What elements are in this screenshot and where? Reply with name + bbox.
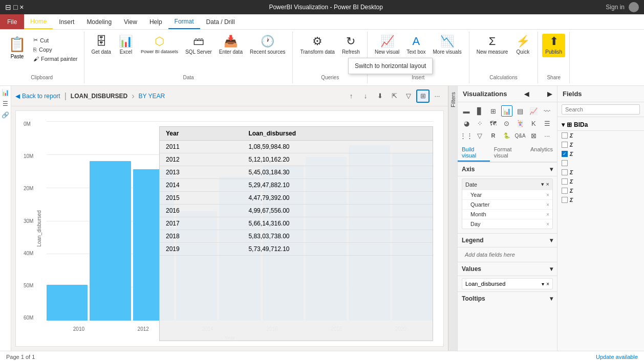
bar-2011[interactable] [47, 285, 88, 321]
legend-section-header[interactable]: Legend ▾ [458, 233, 557, 247]
text-box-button[interactable]: A Text box [403, 34, 428, 57]
values-expand-icon[interactable]: ▾ [542, 281, 544, 287]
back-to-report-button[interactable]: ◀ Back to report [15, 93, 60, 100]
drill-down-button[interactable]: ⬇ [373, 89, 387, 103]
viz-icon-more[interactable]: ··· [542, 130, 553, 141]
field-checkbox-7[interactable] [562, 188, 568, 194]
window-controls[interactable]: ⊟ □ × [5, 3, 24, 11]
field-checkbox-2[interactable] [562, 142, 568, 148]
axis-expand-icon[interactable]: ▾ [541, 181, 544, 188]
field-checkbox-6[interactable] [562, 178, 568, 185]
viz-icon-table[interactable]: ⊞ [488, 105, 499, 117]
field-item-4[interactable] [557, 159, 644, 168]
field-checkbox-3[interactable]: ✓ [562, 151, 568, 157]
field-item-3[interactable]: ✓ Σ [557, 149, 644, 159]
field-checkbox-1[interactable] [562, 132, 568, 139]
viz-icon-python[interactable]: 🐍 [501, 130, 512, 141]
cut-button[interactable]: ✂ Cut [31, 36, 80, 44]
viz-icon-area[interactable]: 〰 [542, 105, 553, 117]
menu-view[interactable]: View [118, 14, 143, 29]
viz-icon-r[interactable]: R [488, 130, 499, 141]
field-item-7[interactable]: Σ [557, 186, 644, 195]
enter-data-button[interactable]: 📥 Enter data [216, 34, 246, 57]
remove-year-button[interactable]: × [546, 192, 549, 198]
field-item-2[interactable]: Σ [557, 140, 644, 149]
more-options-button[interactable]: ··· [431, 89, 444, 103]
new-measure-button[interactable]: Σ New measure [474, 34, 511, 57]
get-data-button[interactable]: 🗄 Get data [89, 34, 114, 57]
transform-data-button[interactable]: ⚙ Transform data [297, 34, 337, 57]
bar-2012[interactable] [90, 161, 131, 321]
values-close-icon[interactable]: × [546, 281, 549, 287]
field-item-6[interactable]: Σ [557, 177, 644, 186]
viz-icon-funnel[interactable]: ▽ [474, 130, 485, 141]
viz-icon-matrix[interactable]: ⋮⋮ [461, 130, 472, 141]
recent-sources-button[interactable]: 🕐 Recent sources [247, 34, 288, 57]
publish-button[interactable]: ⬆ Publish [542, 34, 565, 57]
viz-icon-stacked[interactable]: ▤ [514, 105, 526, 117]
field-checkbox-4[interactable] [562, 160, 568, 166]
fields-table-group[interactable]: ▾ ⊞ BIDa [557, 119, 644, 131]
user-avatar[interactable] [629, 2, 639, 12]
table-view-button[interactable]: ⊞ [416, 89, 430, 103]
viz-icon-clustered[interactable]: 📊 [501, 105, 512, 117]
values-section-header[interactable]: Values ▾ [458, 262, 557, 276]
viz-icon-card[interactable]: 🃏 [514, 118, 526, 129]
sidebar-model-icon[interactable]: 🔗 [1, 110, 10, 120]
sidebar-data-icon[interactable]: ☰ [1, 99, 10, 108]
tab-format[interactable]: Format visual [490, 144, 526, 162]
tooltips-section-header[interactable]: Tooltips ▾ [458, 291, 557, 305]
tab-build[interactable]: Build visual [458, 144, 490, 162]
viz-nav-left[interactable]: ◀ [524, 90, 529, 98]
sql-server-button[interactable]: 🗃 SQL Server [182, 34, 215, 57]
excel-button[interactable]: 📊 Excel [115, 34, 137, 57]
filter-button[interactable]: ▽ [402, 89, 415, 103]
field-checkbox-5[interactable] [562, 169, 568, 175]
menu-format[interactable]: Format [168, 14, 200, 29]
paste-button[interactable]: 📋 Paste [4, 34, 30, 61]
fields-search-input[interactable] [562, 104, 640, 115]
chart-container[interactable]: 60M 50M 40M 30M 20M 10M 0M [15, 110, 444, 347]
axis-close-icon[interactable]: × [546, 181, 549, 188]
field-item-5[interactable]: Σ [557, 168, 644, 177]
viz-icon-slicer[interactable]: ☰ [542, 118, 553, 129]
refresh-button[interactable]: ↻ Refresh [339, 34, 363, 57]
viz-nav-right[interactable]: ▶ [547, 90, 552, 98]
power-bi-datasets-button[interactable]: ⬡ Power BI datasets [138, 34, 181, 57]
menu-file[interactable]: File [0, 14, 24, 29]
quick-button[interactable]: ⚡ Quick [512, 34, 533, 57]
menu-modeling[interactable]: Modeling [80, 14, 118, 29]
field-checkbox-8[interactable] [562, 197, 568, 203]
viz-icon-gauge[interactable]: ⊙ [501, 118, 512, 129]
sort-asc-button[interactable]: ↑ [345, 89, 358, 103]
field-item-8[interactable]: Σ [557, 195, 644, 205]
drill-up-button[interactable]: ⇱ [388, 89, 401, 103]
menu-help[interactable]: Help [143, 14, 168, 29]
more-visuals-button[interactable]: 📉 More visuals [430, 34, 465, 57]
sidebar-report-icon[interactable]: 📊 [1, 88, 10, 97]
sort-desc-button[interactable]: ↓ [359, 89, 372, 103]
axis-section-header[interactable]: Axis ▾ [458, 162, 557, 176]
viz-icon-qa[interactable]: Q&A [514, 130, 526, 141]
update-available[interactable]: Update available [596, 354, 638, 360]
viz-icon-pie[interactable]: ◕ [461, 118, 472, 129]
menu-home[interactable]: Home [24, 14, 53, 29]
tab-analytics[interactable]: Analytics [526, 144, 557, 162]
copy-button[interactable]: ⎘ Copy [31, 46, 80, 54]
field-item-1[interactable]: Σ [557, 131, 644, 140]
remove-month-button[interactable]: × [546, 212, 549, 217]
axis-field-header[interactable]: Date ▾ × [462, 179, 552, 190]
sign-in-button[interactable]: Sign in [606, 4, 625, 11]
viz-icon-bar[interactable]: ▬ [461, 105, 472, 117]
format-painter-button[interactable]: 🖌 Format painter [31, 55, 80, 63]
new-visual-button[interactable]: 📈 New visual [372, 34, 402, 57]
viz-icon-decomp[interactable]: ⊠ [528, 130, 539, 141]
remove-day-button[interactable]: × [546, 221, 549, 227]
viz-icon-line[interactable]: 📈 [528, 105, 539, 117]
viz-icon-map[interactable]: 🗺 [488, 118, 499, 129]
viz-icon-column[interactable]: ▊ [474, 105, 485, 117]
viz-icon-scatter[interactable]: ⁘ [474, 118, 485, 129]
viz-icon-kpi[interactable]: K [528, 118, 539, 129]
menu-data-drill[interactable]: Data / Drill [200, 14, 241, 29]
remove-quarter-button[interactable]: × [546, 202, 549, 208]
